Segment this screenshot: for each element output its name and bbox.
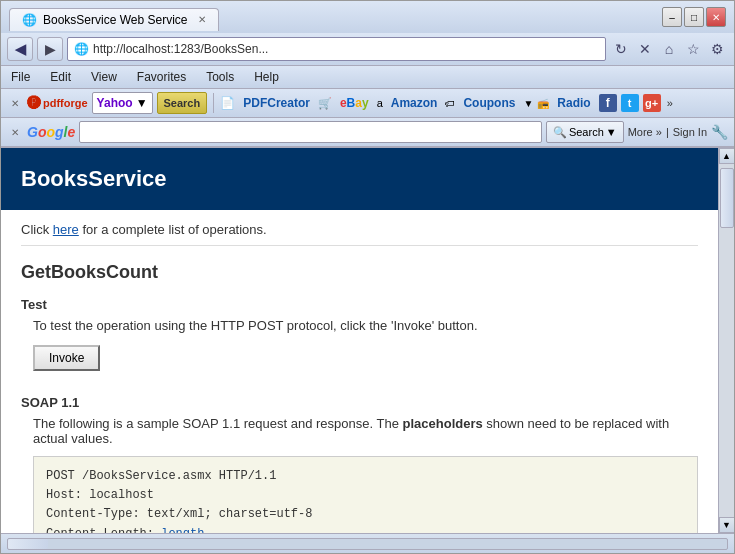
pdf-creator-link[interactable]: PDFCreator — [239, 96, 314, 110]
page-header: BooksService — [1, 148, 718, 210]
menu-file[interactable]: File — [7, 68, 34, 86]
radio-link[interactable]: Radio — [553, 96, 594, 110]
favorites-button[interactable]: ☆ — [682, 38, 704, 60]
nav-icons: ↻ ✕ ⌂ ☆ ⚙ — [610, 38, 728, 60]
service-title: BooksService — [21, 166, 698, 192]
soap-placeholders-text: placeholders — [403, 416, 483, 431]
scroll-up-button[interactable]: ▲ — [719, 148, 735, 164]
soap-description: The following is a sample SOAP 1.1 reque… — [21, 416, 698, 446]
address-text: http://localhost:1283/BooksSen... — [93, 42, 599, 56]
menu-favorites[interactable]: Favorites — [133, 68, 190, 86]
content-area: BooksService Click here for a complete l… — [1, 148, 734, 533]
window-controls: – □ ✕ — [662, 7, 726, 27]
soap-section: SOAP 1.1 The following is a sample SOAP … — [21, 395, 698, 533]
google-separator: | — [666, 126, 669, 138]
close-button[interactable]: ✕ — [706, 7, 726, 27]
google-bar: ✕ Google 🔍 Search ▼ More » | Sign In 🔧 — [1, 118, 734, 148]
ebay-a: a — [355, 96, 362, 110]
google-search-icon: 🔍 — [553, 126, 567, 139]
menu-edit[interactable]: Edit — [46, 68, 75, 86]
gplus-icon[interactable]: g+ — [643, 94, 661, 112]
toolbar-separator-1 — [213, 93, 214, 113]
yahoo-dropdown-arrow: ▼ — [136, 96, 148, 110]
google-e: e — [67, 124, 75, 140]
operation-title: GetBooksCount — [21, 262, 698, 283]
coupons-link[interactable]: Coupons — [459, 96, 519, 110]
intro-line: Click here for a complete list of operat… — [21, 222, 698, 246]
ebay-link[interactable]: eBay — [336, 96, 373, 110]
address-bar[interactable]: 🌐 http://localhost:1283/BooksSen... — [67, 37, 606, 61]
menu-tools[interactable]: Tools — [202, 68, 238, 86]
nav-bar: ◀ ▶ 🌐 http://localhost:1283/BooksSen... … — [1, 33, 734, 66]
intro-text-1: Click — [21, 222, 53, 237]
status-bar — [1, 533, 734, 553]
menu-help[interactable]: Help — [250, 68, 283, 86]
google-search-arrow: ▼ — [606, 126, 617, 138]
google-more-btn[interactable]: More » — [628, 126, 662, 138]
active-tab[interactable]: 🌐 BooksService Web Service ✕ — [9, 8, 219, 31]
code-line-1: POST /BooksService.asmx HTTP/1.1 — [46, 467, 685, 486]
google-o2: o — [46, 124, 55, 140]
back-button[interactable]: ◀ — [7, 37, 33, 61]
status-scrollbar-thumb — [8, 539, 48, 549]
coupons-arrow[interactable]: ▼ — [523, 98, 533, 109]
status-scrollbar[interactable] — [7, 538, 728, 550]
google-bar-close[interactable]: ✕ — [7, 127, 23, 138]
ebay-b: B — [347, 96, 356, 110]
soap-title: SOAP 1.1 — [21, 395, 698, 410]
code-line-2: Host: localhost — [46, 486, 685, 505]
address-icon: 🌐 — [74, 42, 89, 56]
soap-desc-1: The following is a sample SOAP 1.1 reque… — [33, 416, 403, 431]
here-link[interactable]: here — [53, 222, 79, 237]
test-description: To test the operation using the HTTP POS… — [21, 318, 698, 333]
code-line-4: Content-Length: length — [46, 525, 685, 533]
yahoo-dropdown[interactable]: Yahoo ▼ — [92, 92, 153, 114]
pdfforge-icon: 🅟 — [27, 95, 41, 111]
toolbar-close-x[interactable]: ✕ — [7, 98, 23, 109]
google-wrench-icon[interactable]: 🔧 — [711, 124, 728, 140]
twitter-icon[interactable]: t — [621, 94, 639, 112]
scrollbar-track — [719, 164, 734, 517]
scrollbar-thumb[interactable] — [720, 168, 734, 228]
google-search-label: Search — [569, 126, 604, 138]
home-button[interactable]: ⌂ — [658, 38, 680, 60]
google-g1: G — [27, 124, 38, 140]
google-search-button[interactable]: 🔍 Search ▼ — [546, 121, 624, 143]
pdfforge-label: pdfforge — [43, 97, 88, 109]
forward-button[interactable]: ▶ — [37, 37, 63, 61]
yahoo-label: Yahoo — [97, 96, 133, 110]
pdf-creator-icon: 📄 — [220, 96, 235, 110]
reload-button[interactable]: ↻ — [610, 38, 632, 60]
google-search-input[interactable] — [79, 121, 542, 143]
facebook-icon[interactable]: f — [599, 94, 617, 112]
menu-bar: File Edit View Favorites Tools Help — [1, 66, 734, 89]
invoke-button[interactable]: Invoke — [33, 345, 100, 371]
content-scroll[interactable]: BooksService Click here for a complete l… — [1, 148, 718, 533]
settings-button[interactable]: ⚙ — [706, 38, 728, 60]
scroll-down-button[interactable]: ▼ — [719, 517, 735, 533]
google-signin-btn[interactable]: Sign In — [673, 126, 707, 138]
toolbar: ✕ 🅟 pdfforge Yahoo ▼ Search 📄 PDFCreator… — [1, 89, 734, 118]
more-toolbar-btn[interactable]: » — [665, 97, 675, 109]
pdfforge-logo: 🅟 pdfforge — [27, 95, 88, 111]
title-bar: 🌐 BooksService Web Service ✕ – □ ✕ — [1, 1, 734, 33]
amazon-icon: a — [377, 97, 383, 109]
amazon-link[interactable]: Amazon — [387, 96, 442, 110]
page-body: Click here for a complete list of operat… — [1, 210, 718, 533]
coupons-icon: 🏷 — [445, 98, 455, 109]
google-logo: Google — [27, 124, 75, 140]
minimize-button[interactable]: – — [662, 7, 682, 27]
ebay-y: y — [362, 96, 369, 110]
tab-close-btn[interactable]: ✕ — [198, 14, 206, 25]
tab-area: 🌐 BooksService Web Service ✕ — [9, 8, 219, 31]
tab-icon: 🌐 — [22, 13, 37, 27]
menu-view[interactable]: View — [87, 68, 121, 86]
stop-button[interactable]: ✕ — [634, 38, 656, 60]
browser-window: 🌐 BooksService Web Service ✕ – □ ✕ ◀ ▶ 🌐… — [0, 0, 735, 554]
scrollbar: ▲ ▼ — [718, 148, 734, 533]
google-g2: g — [55, 124, 64, 140]
intro-text-2: for a complete list of operations. — [79, 222, 267, 237]
maximize-button[interactable]: □ — [684, 7, 704, 27]
search-button[interactable]: Search — [157, 92, 208, 114]
ebay-icon: 🛒 — [318, 97, 332, 110]
